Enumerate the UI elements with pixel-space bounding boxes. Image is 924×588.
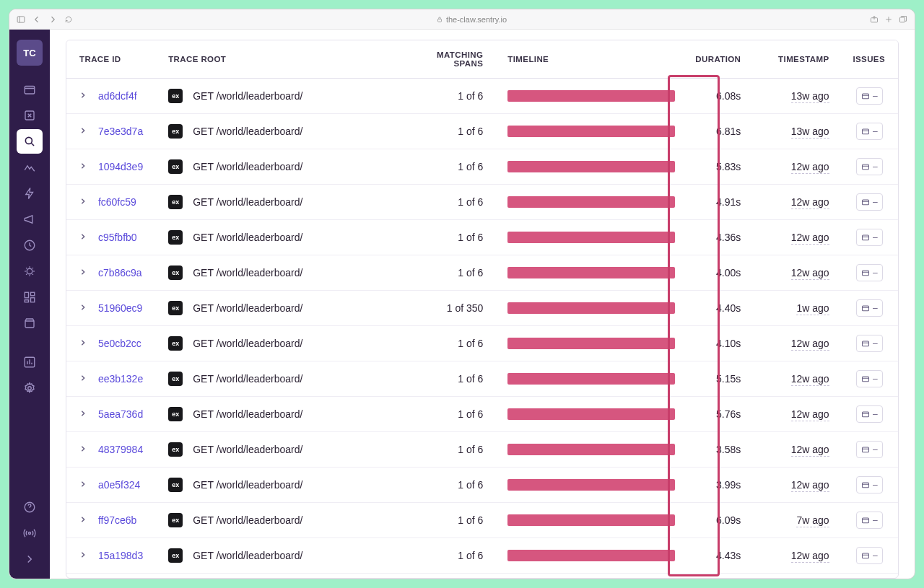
matching-spans-value: 1 of 350 xyxy=(398,291,500,326)
reload-icon[interactable] xyxy=(64,15,73,24)
trace-root-text[interactable]: GET /world/leaderboard/ xyxy=(193,232,302,243)
trace-id-link[interactable]: c95fbfb0 xyxy=(98,232,137,243)
col-header-matching-spans[interactable]: MATCHING SPANS xyxy=(398,40,500,79)
issues-button[interactable]: – xyxy=(856,299,883,317)
issues-button[interactable]: – xyxy=(856,512,883,529)
nav-releases-icon[interactable] xyxy=(17,311,43,335)
trace-id-link[interactable]: 48379984 xyxy=(98,444,143,455)
timestamp-value: 13w ago xyxy=(791,90,829,103)
issues-button[interactable]: – xyxy=(856,335,883,352)
issues-button[interactable]: – xyxy=(856,158,883,175)
nav-dashboards-icon[interactable] xyxy=(17,285,43,310)
nav-alerts-icon[interactable] xyxy=(17,259,43,284)
nav-history-icon[interactable] xyxy=(17,233,43,258)
nav-lightning-icon[interactable] xyxy=(17,181,43,206)
expand-row-icon[interactable] xyxy=(79,445,90,455)
table-header-row: TRACE ID TRACE ROOT MATCHING SPANS TIMEL… xyxy=(66,40,898,79)
nav-settings-icon[interactable] xyxy=(17,376,43,400)
issues-button[interactable]: – xyxy=(856,370,883,387)
trace-id-link[interactable]: ee3b132e xyxy=(98,373,143,385)
trace-root-text[interactable]: GET /world/leaderboard/ xyxy=(193,408,302,420)
col-header-trace-id[interactable]: TRACE ID xyxy=(66,40,161,79)
trace-root-text[interactable]: GET /world/leaderboard/ xyxy=(193,514,302,526)
trace-root-text[interactable]: GET /world/leaderboard/ xyxy=(193,302,302,314)
nav-broadcast-icon[interactable] xyxy=(17,521,43,545)
issues-button[interactable]: – xyxy=(856,229,883,246)
timeline-bar xyxy=(507,161,674,172)
issues-button[interactable]: – xyxy=(856,547,883,564)
col-header-duration[interactable]: DURATION xyxy=(682,40,754,79)
trace-id-link[interactable]: c7b86c9a xyxy=(98,267,142,278)
duration-value: 3.58s xyxy=(682,432,754,468)
expand-row-icon[interactable] xyxy=(79,162,90,172)
nav-performance-icon[interactable] xyxy=(17,155,43,180)
issue-icon xyxy=(861,410,870,418)
trace-id-link[interactable]: 5e0cb2cc xyxy=(98,338,141,349)
issues-button[interactable]: – xyxy=(856,87,883,105)
expand-row-icon[interactable] xyxy=(79,92,90,102)
trace-root-text[interactable]: GET /world/leaderboard/ xyxy=(193,373,302,385)
new-tab-icon[interactable] xyxy=(884,15,893,24)
nav-projects-icon[interactable] xyxy=(17,77,43,102)
issues-button[interactable]: – xyxy=(856,193,883,211)
nav-collapse-icon[interactable] xyxy=(17,547,43,571)
expand-row-icon[interactable] xyxy=(79,481,90,491)
address-bar-domain[interactable]: the-claw.sentry.io xyxy=(446,15,507,24)
duration-value: 4.36s xyxy=(682,220,754,255)
trace-root-text[interactable]: GET /world/leaderboard/ xyxy=(193,479,302,491)
trace-root-text[interactable]: GET /world/leaderboard/ xyxy=(193,196,302,208)
trace-id-link[interactable]: 7e3e3d7a xyxy=(98,126,143,137)
expand-row-icon[interactable] xyxy=(79,339,90,349)
nav-issues-icon[interactable] xyxy=(17,103,43,128)
expand-row-icon[interactable] xyxy=(79,551,90,561)
expand-row-icon[interactable] xyxy=(79,304,90,314)
org-logo[interactable]: TC xyxy=(17,40,43,66)
table-row: 1094d3e9 ex GET /world/leaderboard/ 1 of… xyxy=(66,149,898,185)
col-header-timeline[interactable]: TIMELINE xyxy=(500,40,681,79)
expand-row-icon[interactable] xyxy=(79,374,90,385)
svg-rect-30 xyxy=(862,518,868,523)
trace-root-text[interactable]: GET /world/leaderboard/ xyxy=(193,161,302,172)
trace-root-text[interactable]: GET /world/leaderboard/ xyxy=(193,90,302,102)
col-header-timestamp[interactable]: TIMESTAMP xyxy=(754,40,840,79)
expand-row-icon[interactable] xyxy=(79,516,90,526)
forward-icon[interactable] xyxy=(48,15,57,24)
issues-button[interactable]: – xyxy=(856,405,883,423)
table-row: 51960ec9 ex GET /world/leaderboard/ 1 of… xyxy=(66,291,898,326)
trace-id-link[interactable]: ad6dcf4f xyxy=(98,90,137,102)
issue-icon xyxy=(861,481,870,489)
issues-button[interactable]: – xyxy=(856,476,883,493)
trace-root-text[interactable]: GET /world/leaderboard/ xyxy=(193,338,302,349)
nav-explore-icon[interactable] xyxy=(17,129,43,154)
trace-id-link[interactable]: 1094d3e9 xyxy=(98,161,143,172)
issues-button[interactable]: – xyxy=(856,441,883,458)
trace-root-text[interactable]: GET /world/leaderboard/ xyxy=(193,267,302,278)
tabs-icon[interactable] xyxy=(899,15,907,24)
expand-row-icon[interactable] xyxy=(79,410,90,420)
trace-id-link[interactable]: 15a198d3 xyxy=(98,550,143,561)
sidebar-toggle-icon[interactable] xyxy=(17,15,25,24)
back-icon[interactable] xyxy=(32,15,41,24)
issues-button[interactable]: – xyxy=(856,264,883,281)
issues-button[interactable]: – xyxy=(856,123,883,140)
col-header-trace-root[interactable]: TRACE ROOT xyxy=(161,40,398,79)
duration-value: 5.83s xyxy=(682,149,754,185)
trace-root-text[interactable]: GET /world/leaderboard/ xyxy=(193,444,302,455)
nav-stats-icon[interactable] xyxy=(17,350,43,374)
trace-root-text[interactable]: GET /world/leaderboard/ xyxy=(193,126,302,137)
expand-row-icon[interactable] xyxy=(79,127,90,137)
trace-id-link[interactable]: fc60fc59 xyxy=(98,196,136,208)
trace-id-link[interactable]: 51960ec9 xyxy=(98,302,143,314)
nav-megaphone-icon[interactable] xyxy=(17,207,43,232)
trace-id-link[interactable]: ff97ce6b xyxy=(98,514,136,526)
trace-id-link[interactable]: 5aea736d xyxy=(98,408,143,420)
trace-id-link[interactable]: a0e5f324 xyxy=(98,479,140,491)
share-icon[interactable] xyxy=(870,15,879,24)
expand-row-icon[interactable] xyxy=(79,268,90,278)
nav-help-icon[interactable] xyxy=(17,495,43,519)
issue-icon xyxy=(861,162,870,171)
expand-row-icon[interactable] xyxy=(79,233,90,243)
expand-row-icon[interactable] xyxy=(79,198,90,208)
col-header-issues[interactable]: ISSUES xyxy=(841,40,898,79)
trace-root-text[interactable]: GET /world/leaderboard/ xyxy=(193,550,302,561)
